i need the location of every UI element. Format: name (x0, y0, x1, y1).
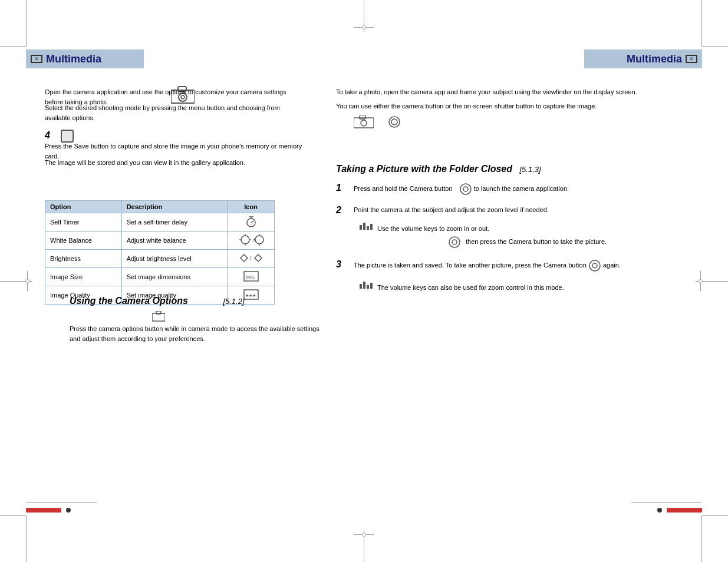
border-corner (701, 516, 702, 562)
table-cell-description: Adjust brightness level (121, 250, 227, 268)
border-corner (26, 0, 27, 46)
table-cell-option: White Balance (45, 232, 122, 250)
envelope-icon-left (31, 55, 42, 63)
taking-picture-heading: Taking a Picture with the Folder Closed … (336, 164, 541, 174)
svg-point-31 (389, 117, 400, 127)
right-step2-zoom: Use the volume keys to zoom in or out. (377, 224, 660, 234)
table-cell-icon: / (228, 250, 275, 268)
border-corner (702, 515, 728, 516)
svg-point-34 (463, 187, 468, 191)
volume-icon-2 (360, 282, 373, 289)
right-step3-label: 3 (336, 259, 341, 270)
step4-label: 4 (45, 130, 74, 143)
svg-text:★★★: ★★★ (245, 293, 256, 297)
camera-option-small-icon (152, 311, 165, 324)
svg-point-30 (361, 120, 367, 126)
right-step1-text: Press and hold the Camera button to laun… (354, 183, 678, 196)
svg-rect-26 (152, 313, 165, 321)
header-left-banner: Multimedia (26, 49, 144, 68)
crosshair-mid-left-dot (25, 279, 29, 283)
table-row: White Balance Adjust white balance / (45, 232, 275, 250)
camera-options-table: Option Description Icon Self Timer Set a… (45, 200, 275, 305)
page-marker-dot-right (657, 508, 662, 513)
border-corner (0, 515, 26, 516)
bottom-divider-left (26, 503, 97, 503)
table-cell-icon: / (228, 232, 275, 250)
border-corner (26, 516, 27, 562)
camera-rect-icon (354, 115, 374, 131)
svg-point-35 (449, 237, 460, 247)
table-header-option: Option (45, 201, 122, 213)
crosshair-top-dot (362, 25, 366, 29)
right-top-icons (354, 115, 401, 131)
svg-point-32 (391, 119, 397, 125)
table-cell-description: Set a self-timer delay (121, 213, 227, 232)
envelope-icon-right (686, 55, 697, 63)
right-step2-shutter: then press the Camera button to take the… (466, 237, 678, 247)
table-cell-description: Adjust white balance (121, 232, 227, 250)
header-right-banner: Multimedia (584, 49, 702, 68)
page-marker-bar-right (667, 508, 702, 513)
header-left-title: Multimedia (46, 53, 101, 65)
border-corner (702, 46, 728, 47)
using-camera-title: Using the Camera Options (70, 296, 188, 306)
border-corner (701, 0, 702, 46)
right-step2-text: Point the camera at the subject and adju… (354, 205, 678, 215)
volume-icon-1 (360, 223, 373, 230)
using-camera-ref: [5.1.2] (223, 297, 244, 306)
right-step1-label: 1 (336, 183, 341, 193)
table-cell-option: Self Timer (45, 213, 122, 232)
table-header-icon: Icon (228, 201, 275, 213)
bottom-divider-right (631, 503, 702, 503)
right-step3-extra: The volume keys can also be used for zoo… (377, 283, 660, 293)
table-row: Self Timer Set a self-timer delay (45, 213, 275, 232)
crosshair-bottom-dot (362, 533, 366, 537)
using-camera-text: Press the camera options button while in… (70, 324, 329, 343)
table-cell-option: Image Size (45, 268, 122, 286)
crosshair-mid-right-dot (699, 279, 703, 283)
right-intro-text: To take a photo, open the camera app and… (336, 87, 678, 97)
table-cell-description: Set image dimensions (121, 268, 227, 286)
shutter-button-icon (388, 115, 401, 131)
svg-marker-19 (241, 254, 248, 262)
table-header-description: Description (121, 201, 227, 213)
table-cell-icon: IMG (228, 268, 275, 286)
table-cell-option: Brightness (45, 250, 122, 268)
svg-point-8 (241, 236, 249, 244)
border-corner (0, 46, 26, 47)
step4-extra: The image will be stored and you can vie… (45, 158, 304, 168)
svg-rect-29 (360, 115, 365, 119)
svg-point-37 (589, 260, 600, 271)
svg-marker-21 (255, 254, 262, 262)
page-marker-dot-left (66, 508, 71, 513)
taking-picture-ref: [5.1.3] (519, 165, 541, 174)
header-right-title: Multimedia (627, 53, 682, 65)
svg-rect-27 (156, 311, 161, 314)
svg-text:/: / (250, 256, 252, 262)
right-step2-label: 2 (336, 205, 341, 216)
svg-text:IMG: IMG (246, 275, 255, 280)
bottom-indicator-left (26, 508, 71, 513)
table-row: Image Size Set image dimensions IMG (45, 268, 275, 286)
step2-shutter-icon (448, 236, 461, 251)
svg-point-38 (592, 263, 597, 268)
svg-point-36 (452, 240, 457, 244)
table-row: Brightness Adjust brightness level / (45, 250, 275, 268)
taking-picture-title: Taking a Picture with the Folder Closed (336, 164, 512, 174)
left-step-text: Select the desired shooting mode by pres… (45, 103, 304, 123)
right-step3-text: The picture is taken and saved. To take … (354, 259, 678, 272)
svg-line-6 (251, 221, 253, 223)
table-cell-icon (228, 213, 275, 232)
using-camera-options-heading: Using the Camera Options [5.1.2] (70, 296, 245, 306)
bottom-indicator-right (657, 508, 702, 513)
svg-point-14 (255, 236, 263, 244)
right-intro-text2: You can use either the camera button or … (336, 101, 678, 111)
svg-point-33 (460, 184, 471, 194)
page-marker-bar-left (26, 508, 61, 513)
